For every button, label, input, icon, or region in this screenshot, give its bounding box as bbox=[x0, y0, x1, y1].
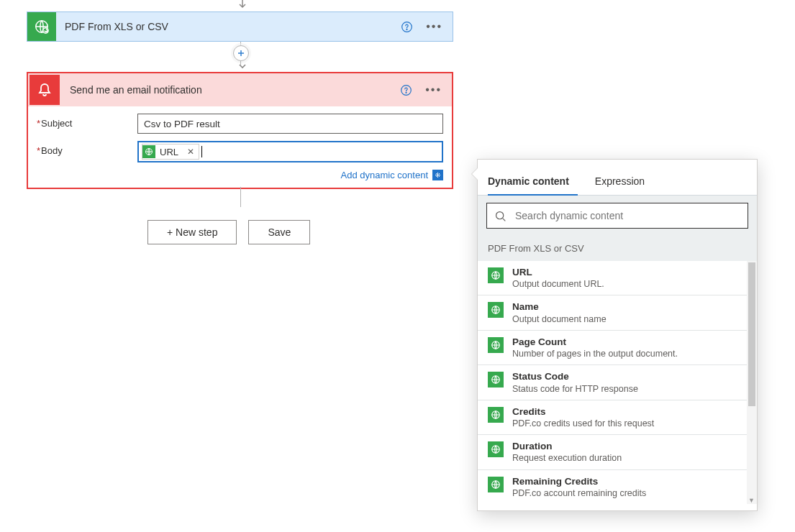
text-cursor bbox=[201, 146, 202, 157]
scrollbar-thumb[interactable] bbox=[748, 262, 755, 406]
dynamic-content-item[interactable]: CreditsPDF.co credits used for this requ… bbox=[478, 400, 757, 435]
search-icon bbox=[494, 210, 506, 222]
dynamic-item-name: Name bbox=[512, 301, 607, 313]
step-title: Send me an email notification bbox=[61, 84, 400, 96]
search-input-wrapper[interactable] bbox=[486, 203, 748, 229]
dynamic-item-name: Remaining Credits bbox=[512, 476, 646, 487]
globe-icon bbox=[488, 337, 504, 353]
dynamic-item-name: Page Count bbox=[512, 336, 678, 348]
globe-icon bbox=[488, 477, 504, 492]
svg-point-5 bbox=[406, 92, 406, 93]
step-title: PDF From XLS or CSV bbox=[56, 21, 401, 32]
help-icon[interactable] bbox=[400, 84, 412, 96]
step-header[interactable]: Send me an email notification ••• bbox=[28, 73, 452, 106]
bell-icon bbox=[29, 75, 60, 105]
tab-expression[interactable]: Expression bbox=[595, 167, 653, 195]
connector-arrow-icon bbox=[237, 0, 245, 10]
dynamic-content-popup: Dynamic content Expression PDF From XLS … bbox=[477, 159, 758, 511]
svg-point-3 bbox=[406, 29, 407, 29]
connector-arrow-icon bbox=[237, 62, 245, 72]
dynamic-item-name: Status Code bbox=[512, 371, 638, 382]
dynamic-item-desc: PDF.co account remaining credits bbox=[512, 487, 646, 499]
dynamic-item-desc: PDF.co credits used for this request bbox=[512, 418, 654, 429]
subject-input[interactable] bbox=[137, 114, 443, 134]
dynamic-content-item[interactable]: Remaining CreditsPDF.co account remainin… bbox=[478, 470, 757, 504]
dynamic-item-name: Credits bbox=[512, 406, 654, 418]
token-remove-icon[interactable]: ✕ bbox=[183, 147, 199, 157]
help-icon[interactable] bbox=[401, 21, 413, 33]
dynamic-content-item[interactable]: DurationRequest execution duration bbox=[478, 435, 757, 469]
step-pdf-from-xls[interactable]: PDF From XLS or CSV ••• bbox=[27, 12, 453, 42]
step-send-email-notification: Send me an email notification ••• *Subje… bbox=[27, 72, 453, 189]
subject-label: *Subject bbox=[37, 114, 137, 129]
body-label: *Body bbox=[37, 141, 137, 156]
globe-icon bbox=[27, 12, 56, 41]
globe-icon bbox=[488, 372, 504, 387]
search-input[interactable] bbox=[514, 209, 740, 222]
new-step-button[interactable]: + New step bbox=[147, 220, 237, 244]
add-dynamic-content-icon[interactable] bbox=[432, 170, 443, 180]
globe-icon bbox=[488, 407, 504, 423]
more-menu-icon[interactable]: ••• bbox=[425, 83, 442, 96]
save-button[interactable]: Save bbox=[248, 220, 310, 244]
dynamic-content-item[interactable]: Page CountNumber of pages in the output … bbox=[478, 331, 757, 365]
globe-icon bbox=[488, 441, 504, 457]
dynamic-item-desc: Request execution duration bbox=[512, 452, 622, 464]
add-step-between-button[interactable] bbox=[233, 45, 249, 61]
body-input[interactable]: URL ✕ bbox=[137, 141, 443, 162]
dynamic-item-desc: Number of pages in the output document. bbox=[512, 348, 678, 359]
globe-icon bbox=[488, 302, 504, 318]
dynamic-group-header: PDF From XLS or CSV bbox=[478, 236, 757, 261]
dynamic-content-item[interactable]: URLOutput document URL. bbox=[478, 261, 757, 295]
scroll-down-icon[interactable]: ▼ bbox=[748, 497, 755, 504]
connector-line bbox=[240, 187, 241, 207]
svg-point-8 bbox=[496, 211, 504, 219]
dynamic-item-name: URL bbox=[512, 267, 604, 278]
token-label: URL bbox=[160, 147, 183, 157]
dynamic-item-desc: Status code for HTTP response bbox=[512, 383, 638, 395]
dynamic-item-desc: Output document URL. bbox=[512, 278, 604, 290]
globe-icon bbox=[488, 267, 504, 283]
more-menu-icon[interactable]: ••• bbox=[426, 20, 442, 33]
dynamic-item-name: Duration bbox=[512, 441, 622, 452]
globe-icon bbox=[142, 145, 155, 158]
dynamic-content-item[interactable]: Status CodeStatus code for HTTP response bbox=[478, 365, 757, 400]
dynamic-content-item[interactable]: NameOutput document name bbox=[478, 295, 757, 330]
tab-dynamic-content[interactable]: Dynamic content bbox=[488, 167, 578, 196]
add-dynamic-content-link[interactable]: Add dynamic content bbox=[341, 170, 428, 180]
dynamic-token-url[interactable]: URL ✕ bbox=[142, 144, 199, 160]
dynamic-item-desc: Output document name bbox=[512, 313, 607, 325]
popup-callout-arrow bbox=[472, 168, 478, 180]
scrollbar[interactable]: ▲ ▼ bbox=[747, 261, 757, 504]
